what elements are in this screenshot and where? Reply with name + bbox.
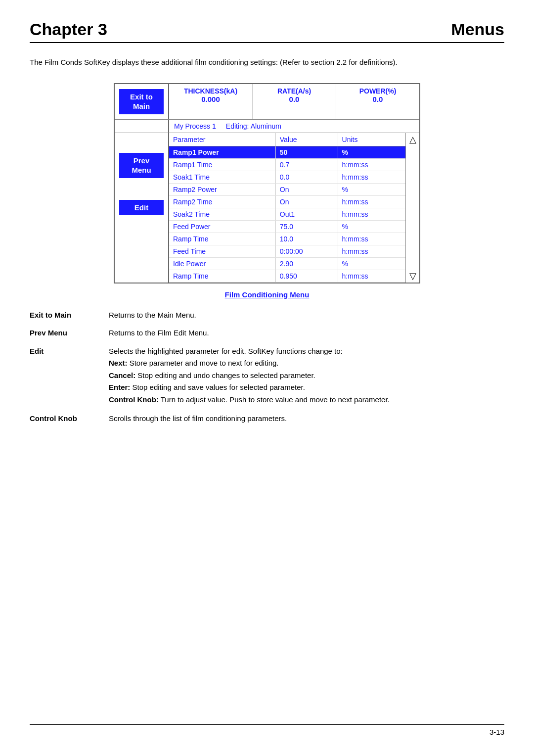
header-data-cols: THICKNESS(kA) 0.000 RATE(A/s) 0.0 POWER(… bbox=[169, 84, 419, 119]
table-area: PrevMenu Edit Parameter Value Units bbox=[115, 133, 419, 283]
caption-link[interactable]: Film Conditioning Menu bbox=[225, 290, 310, 299]
cell-units: % bbox=[338, 183, 405, 195]
cell-parameter: Ramp Time bbox=[169, 270, 275, 282]
panel-top-header: Exit toMain THICKNESS(kA) 0.000 RATE(A/s… bbox=[115, 84, 419, 120]
cell-parameter: Soak2 Time bbox=[169, 208, 275, 220]
col-parameter: Parameter bbox=[169, 133, 275, 146]
cell-parameter: Ramp Time bbox=[169, 233, 275, 245]
thickness-value: 0.000 bbox=[171, 95, 250, 103]
rate-cell: RATE(A/s) 0.0 bbox=[253, 84, 336, 119]
desc-term: Edit bbox=[30, 346, 109, 407]
exit-to-main-button[interactable]: Exit toMain bbox=[119, 89, 164, 114]
table-header: Parameter Value Units bbox=[169, 133, 405, 146]
cell-value: 50 bbox=[275, 146, 338, 158]
rate-label: RATE(A/s) bbox=[255, 87, 334, 95]
cell-units: % bbox=[338, 146, 405, 158]
desc-section: Exit to MainReturns to the Main Menu.Pre… bbox=[30, 310, 504, 425]
process-spacer bbox=[115, 120, 169, 133]
table-row: Feed Power75.0% bbox=[169, 220, 405, 233]
cell-value: 0.950 bbox=[275, 270, 338, 282]
scroll-up-arrow[interactable]: △ bbox=[409, 135, 416, 144]
cell-value: 75.0 bbox=[275, 220, 338, 233]
desc-row: EditSelects the highlighted parameter fo… bbox=[30, 346, 504, 407]
softkey-side: PrevMenu Edit bbox=[115, 133, 169, 283]
cell-value: 2.90 bbox=[275, 257, 338, 270]
cell-value: 0.0 bbox=[275, 171, 338, 183]
cell-units: h:mm:ss bbox=[338, 208, 405, 220]
desc-def-part: Cancel: Stop editing and undo changes to… bbox=[109, 370, 504, 381]
desc-definition: Scrolls through the list of film conditi… bbox=[109, 413, 504, 425]
thickness-cell: THICKNESS(kA) 0.000 bbox=[169, 84, 253, 119]
cell-units: % bbox=[338, 220, 405, 233]
page-header: Chapter 3 Menus bbox=[30, 20, 504, 43]
desc-row: Prev MenuReturns to the Film Edit Menu. bbox=[30, 328, 504, 339]
col-value: Value bbox=[275, 133, 338, 146]
desc-definition: Returns to the Film Edit Menu. bbox=[109, 328, 504, 339]
cell-parameter: Feed Power bbox=[169, 220, 275, 233]
table-row: Soak1 Time0.0h:mm:ss bbox=[169, 171, 405, 183]
col-units: Units bbox=[338, 133, 405, 146]
ui-panel: Exit toMain THICKNESS(kA) 0.000 RATE(A/s… bbox=[114, 83, 420, 284]
table-row: Idle Power2.90% bbox=[169, 257, 405, 270]
cell-units: h:mm:ss bbox=[338, 171, 405, 183]
param-table: Parameter Value Units Ramp1 Power50%Ramp… bbox=[169, 133, 405, 283]
table-container: Parameter Value Units Ramp1 Power50%Ramp… bbox=[169, 133, 405, 283]
desc-def-part: Enter: Stop editing and save values for … bbox=[109, 382, 504, 393]
desc-definition: Selects the highlighted parameter for ed… bbox=[109, 346, 504, 407]
desc-row: Exit to MainReturns to the Main Menu. bbox=[30, 310, 504, 321]
ui-panel-wrapper: Exit toMain THICKNESS(kA) 0.000 RATE(A/s… bbox=[30, 83, 504, 284]
chapter-title: Chapter 3 bbox=[30, 20, 107, 39]
cell-value: 10.0 bbox=[275, 233, 338, 245]
desc-bold-term: Control Knob: bbox=[109, 395, 159, 404]
table-row: Ramp1 Power50% bbox=[169, 146, 405, 158]
desc-bold-term: Enter: bbox=[109, 383, 130, 391]
scroll-col: △ ▽ bbox=[405, 133, 419, 283]
cell-parameter: Ramp1 Time bbox=[169, 158, 275, 171]
softkey-exit-to-main-cell: Exit toMain bbox=[115, 84, 169, 119]
cell-units: h:mm:ss bbox=[338, 270, 405, 282]
table-with-scroll: Parameter Value Units Ramp1 Power50%Ramp… bbox=[169, 133, 419, 283]
prev-menu-button[interactable]: PrevMenu bbox=[119, 153, 164, 178]
cell-value: Out1 bbox=[275, 208, 338, 220]
process-name: My Process 1 bbox=[174, 122, 216, 130]
desc-term: Control Knob bbox=[30, 413, 109, 425]
page-number: 3-13 bbox=[490, 728, 504, 736]
desc-def-part: Selects the highlighted parameter for ed… bbox=[109, 346, 504, 357]
cell-value: 0.7 bbox=[275, 158, 338, 171]
desc-row: Control KnobScrolls through the list of … bbox=[30, 413, 504, 425]
cell-parameter: Idle Power bbox=[169, 257, 275, 270]
cell-units: h:mm:ss bbox=[338, 158, 405, 171]
param-tbody: Ramp1 Power50%Ramp1 Time0.7h:mm:ssSoak1 … bbox=[169, 146, 405, 282]
section-title: Menus bbox=[451, 20, 504, 39]
desc-def-part: Next: Store parameter and move to next f… bbox=[109, 358, 504, 369]
scroll-down-arrow[interactable]: ▽ bbox=[409, 272, 416, 281]
table-row: Ramp Time10.0h:mm:ss bbox=[169, 233, 405, 245]
process-row: My Process 1 Editing: Aluminum bbox=[115, 120, 419, 133]
page-footer: 3-13 bbox=[30, 724, 504, 736]
power-cell: POWER(%) 0.0 bbox=[336, 84, 419, 119]
cell-parameter: Soak1 Time bbox=[169, 171, 275, 183]
cell-parameter: Ramp1 Power bbox=[169, 146, 275, 158]
cell-value: On bbox=[275, 195, 338, 208]
desc-bold-term: Next: bbox=[109, 359, 128, 367]
panel-caption: Film Conditioning Menu bbox=[30, 290, 504, 299]
cell-value: 0:00:00 bbox=[275, 245, 338, 257]
process-info: My Process 1 Editing: Aluminum bbox=[169, 120, 419, 133]
cell-parameter: Ramp2 Power bbox=[169, 183, 275, 195]
rate-value: 0.0 bbox=[255, 95, 334, 103]
cell-units: % bbox=[338, 257, 405, 270]
cell-value: On bbox=[275, 183, 338, 195]
editing-label: Editing: Aluminum bbox=[226, 122, 281, 130]
edit-button[interactable]: Edit bbox=[119, 200, 164, 216]
table-row: Ramp Time0.950h:mm:ss bbox=[169, 270, 405, 282]
desc-term: Exit to Main bbox=[30, 310, 109, 321]
table-row: Ramp2 TimeOnh:mm:ss bbox=[169, 195, 405, 208]
desc-definition: Returns to the Main Menu. bbox=[109, 310, 504, 321]
desc-def-part: Control Knob: Turn to adjust value. Push… bbox=[109, 394, 504, 406]
cell-units: h:mm:ss bbox=[338, 245, 405, 257]
thickness-label: THICKNESS(kA) bbox=[171, 87, 250, 95]
cell-units: h:mm:ss bbox=[338, 233, 405, 245]
power-value: 0.0 bbox=[338, 95, 417, 103]
desc-term: Prev Menu bbox=[30, 328, 109, 339]
table-row: Feed Time0:00:00h:mm:ss bbox=[169, 245, 405, 257]
